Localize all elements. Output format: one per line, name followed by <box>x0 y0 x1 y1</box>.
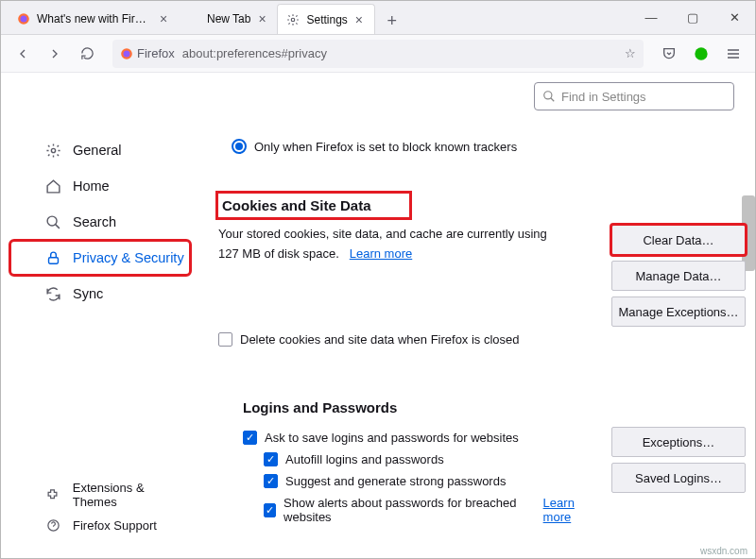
sidebar-item-label: Home <box>73 178 110 194</box>
logins-title: Logins and Passwords <box>243 399 744 415</box>
sidebar-item-sync[interactable]: Sync <box>10 277 190 311</box>
back-button[interactable] <box>9 40 37 68</box>
tracking-radio-row[interactable]: Only when Firefox is set to block known … <box>232 139 744 154</box>
settings-search[interactable]: Find in Settings <box>534 82 734 110</box>
sidebar: General Home Search Privacy & Security S… <box>1 73 199 558</box>
checkbox-label: Ask to save logins and passwords for web… <box>265 431 519 445</box>
sidebar-item-home[interactable]: Home <box>10 169 190 203</box>
tab-label: New Tab <box>207 12 250 25</box>
new-tab-button[interactable]: + <box>379 8 405 34</box>
home-icon <box>44 178 61 195</box>
checkbox-icon: ✓ <box>243 431 257 445</box>
svg-point-4 <box>124 50 130 57</box>
svg-point-6 <box>544 92 552 99</box>
sidebar-item-search[interactable]: Search <box>10 205 190 239</box>
search-placeholder: Find in Settings <box>561 90 646 104</box>
exceptions-button[interactable]: Exceptions… <box>611 427 746 457</box>
blank-icon <box>186 11 201 26</box>
tab-settings[interactable]: Settings × <box>277 4 374 34</box>
firefox-icon <box>120 47 133 60</box>
sidebar-item-label: Sync <box>73 286 103 301</box>
search-icon <box>542 90 556 103</box>
sidebar-item-privacy[interactable]: Privacy & Security <box>10 241 190 275</box>
identity-label: Firefox <box>137 46 175 60</box>
sidebar-item-extensions[interactable]: Extensions & Themes <box>10 481 190 509</box>
maximize-button[interactable]: ▢ <box>672 1 713 35</box>
cookies-section: Cookies and Site Data Your stored cookie… <box>218 194 744 347</box>
checkbox-icon: ✓ <box>264 474 278 488</box>
titlebar: What's new with Firefox - M × New Tab × … <box>1 1 755 35</box>
sidebar-item-label: Extensions & Themes <box>73 481 190 509</box>
sidebar-item-label: Search <box>73 214 116 229</box>
pocket-icon[interactable] <box>655 40 683 68</box>
firefox-icon <box>16 11 31 26</box>
checkbox-label: Delete cookies and site data when Firefo… <box>240 332 520 347</box>
svg-point-1 <box>21 16 27 23</box>
gear-icon <box>44 142 61 159</box>
watermark: wsxdn.com <box>700 546 747 556</box>
svg-point-7 <box>51 148 55 152</box>
minimize-button[interactable]: — <box>630 1 672 35</box>
learn-more-link[interactable]: Learn more <box>543 496 596 524</box>
help-icon <box>44 517 61 534</box>
delete-on-close-checkbox[interactable]: Delete cookies and site data when Firefo… <box>218 332 744 347</box>
manage-data-button[interactable]: Manage Data… <box>611 261 746 291</box>
tab-strip: What's new with Firefox - M × New Tab × … <box>1 1 405 34</box>
ask-save-logins-checkbox[interactable]: ✓ Ask to save logins and passwords for w… <box>243 431 596 445</box>
checkbox-icon: ✓ <box>264 452 278 466</box>
tab-new-tab[interactable]: New Tab × <box>179 4 277 34</box>
lock-icon <box>44 249 61 266</box>
menu-icon[interactable] <box>719 40 747 68</box>
checkbox-label: Suggest and generate strong passwords <box>285 474 506 488</box>
learn-more-link[interactable]: Learn more <box>350 246 412 261</box>
reload-button[interactable] <box>73 40 101 68</box>
tab-whats-new[interactable]: What's new with Firefox - M × <box>9 4 179 34</box>
breach-alerts-checkbox[interactable]: ✓ Show alerts about passwords for breach… <box>264 496 596 524</box>
url-text: about:preferences#privacy <box>182 46 625 60</box>
checkbox-label: Autofill logins and passwords <box>285 452 444 466</box>
checkbox-icon: ✓ <box>264 503 276 517</box>
window-controls: — ▢ ✕ <box>630 1 755 35</box>
close-icon[interactable]: × <box>352 12 367 27</box>
sidebar-item-label: General <box>73 143 122 158</box>
sync-icon <box>44 285 61 302</box>
close-window-button[interactable]: ✕ <box>713 1 755 35</box>
checkbox-icon <box>218 332 232 347</box>
radio-icon <box>232 139 247 154</box>
sidebar-item-general[interactable]: General <box>10 133 190 167</box>
sidebar-item-support[interactable]: Firefox Support <box>10 511 190 539</box>
saved-logins-button[interactable]: Saved Logins… <box>611 463 746 493</box>
clear-data-button[interactable]: Clear Data… <box>611 225 746 255</box>
close-icon[interactable]: × <box>254 11 269 26</box>
radio-label: Only when Firefox is set to block known … <box>254 140 517 154</box>
tab-label: What's new with Firefox - M <box>37 12 152 25</box>
tab-label: Settings <box>306 13 347 26</box>
logins-section: Logins and Passwords ✓ Ask to save login… <box>243 399 744 532</box>
url-bar[interactable]: Firefox about:preferences#privacy ☆ <box>112 40 644 68</box>
account-icon[interactable] <box>687 40 715 68</box>
gear-icon <box>285 12 301 27</box>
sidebar-item-label: Privacy & Security <box>73 250 184 265</box>
close-icon[interactable]: × <box>156 11 171 26</box>
puzzle-icon <box>44 486 61 503</box>
search-icon <box>44 213 61 230</box>
suggest-passwords-checkbox[interactable]: ✓ Suggest and generate strong passwords <box>264 474 596 488</box>
svg-point-8 <box>47 216 57 226</box>
svg-point-2 <box>292 18 296 22</box>
manage-exceptions-button[interactable]: Manage Exceptions… <box>611 296 746 327</box>
svg-rect-9 <box>48 257 58 263</box>
forward-button[interactable] <box>41 40 69 68</box>
checkbox-label: Show alerts about passwords for breached… <box>284 496 524 524</box>
cookies-description: Your stored cookies, site data, and cach… <box>218 225 558 264</box>
star-icon[interactable]: ☆ <box>625 46 636 60</box>
sidebar-item-label: Firefox Support <box>73 518 157 533</box>
nav-toolbar: Firefox about:preferences#privacy ☆ <box>1 35 755 73</box>
cookies-title: Cookies and Site Data <box>218 194 409 217</box>
svg-point-5 <box>695 47 707 59</box>
identity-box: Firefox <box>120 46 175 60</box>
autofill-logins-checkbox[interactable]: ✓ Autofill logins and passwords <box>264 452 596 466</box>
content-area: Find in Settings General Home Search Pri… <box>1 73 755 558</box>
settings-main: Only when Firefox is set to block known … <box>218 126 744 558</box>
